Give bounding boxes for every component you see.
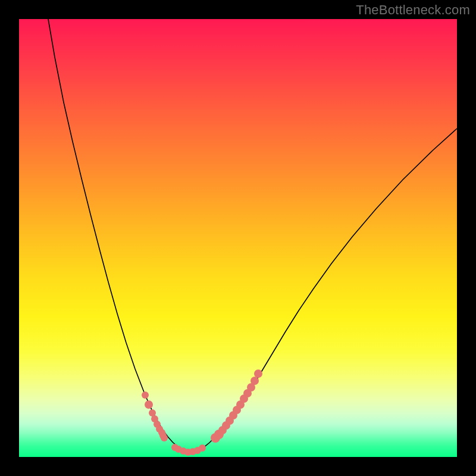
data-dot xyxy=(250,377,259,385)
watermark-text: TheBottleneck.com xyxy=(356,2,470,18)
plot-area xyxy=(19,19,457,457)
curve-svg xyxy=(19,19,457,457)
data-dot xyxy=(145,400,153,409)
data-dot xyxy=(161,434,168,441)
chart-frame: TheBottleneck.com xyxy=(0,0,476,476)
dot-layer xyxy=(142,369,262,456)
data-dot xyxy=(199,444,206,452)
data-dot xyxy=(254,369,262,378)
data-dot xyxy=(142,392,149,399)
